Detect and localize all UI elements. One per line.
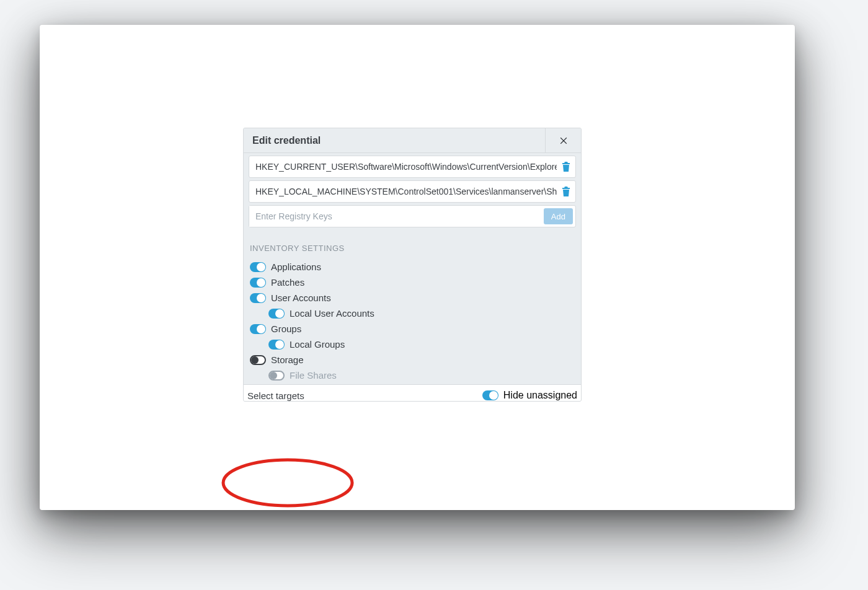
local-user-accounts-toggle[interactable] [268,309,285,319]
delete-registry-key-button[interactable] [557,156,575,177]
toggle-row-patches: Patches [246,275,578,290]
toggle-row-local-groups: Local Groups [246,337,578,352]
svg-point-0 [223,460,352,506]
add-registry-key-row: Add [249,205,576,227]
registry-key-text[interactable]: HKEY_LOCAL_MACHINE\SYSTEM\ControlSet001\… [249,181,557,202]
dialog-body: HKEY_CURRENT_USER\Software\Microsoft\Win… [244,156,581,383]
dialog-footer: Select targets Hide unassigned [244,384,581,401]
storage-toggle[interactable] [250,355,266,365]
toggle-label: Groups [271,324,301,334]
local-groups-toggle[interactable] [268,340,285,350]
dialog-title: Edit credential [244,135,321,146]
trash-icon [562,187,570,196]
toggle-row-user-accounts: User Accounts [246,290,578,306]
toggle-label: Local Groups [290,339,345,350]
toggle-label: Patches [271,277,304,288]
dialog-header: Edit credential [244,128,581,153]
toggle-label: Local User Accounts [290,308,374,319]
toggle-row-storage: Storage [246,352,578,368]
add-button[interactable]: Add [544,208,573,224]
delete-registry-key-button[interactable] [557,181,575,202]
file-shares-toggle[interactable] [268,371,285,381]
toggle-row-applications: Applications [246,259,578,275]
toggle-label: Hide unassigned [503,390,577,401]
user-accounts-toggle[interactable] [250,293,266,303]
registry-key-input[interactable] [249,206,544,227]
trash-icon [562,162,570,172]
close-icon [559,136,568,145]
toggle-row-local-user-accounts: Local User Accounts [246,306,578,321]
toggle-label: User Accounts [271,293,331,303]
registry-key-row: HKEY_CURRENT_USER\Software\Microsoft\Win… [249,156,576,178]
toggle-label: Storage [271,354,304,365]
groups-toggle[interactable] [250,324,266,334]
close-button[interactable] [545,128,581,153]
highlight-annotation [221,457,355,508]
toggle-row-groups: Groups [246,321,578,337]
applications-toggle[interactable] [250,262,266,272]
hide-unassigned-wrap: Hide unassigned [482,385,577,401]
hide-unassigned-toggle[interactable] [482,390,498,400]
toggle-label: Applications [271,262,321,272]
registry-key-row: HKEY_LOCAL_MACHINE\SYSTEM\ControlSet001\… [249,180,576,203]
inventory-settings-label: INVENTORY SETTINGS [246,227,578,259]
edit-credential-dialog: Edit credential HKEY_CURRENT_USER\Softwa… [243,128,582,402]
registry-key-text[interactable]: HKEY_CURRENT_USER\Software\Microsoft\Win… [249,156,557,177]
patches-toggle[interactable] [250,278,266,288]
toggle-label: File Shares [290,370,337,381]
app-window: Edit credential HKEY_CURRENT_USER\Softwa… [40,25,795,510]
toggle-row-file-shares: File Shares [246,368,578,383]
select-targets-label: Select targets [247,385,304,401]
